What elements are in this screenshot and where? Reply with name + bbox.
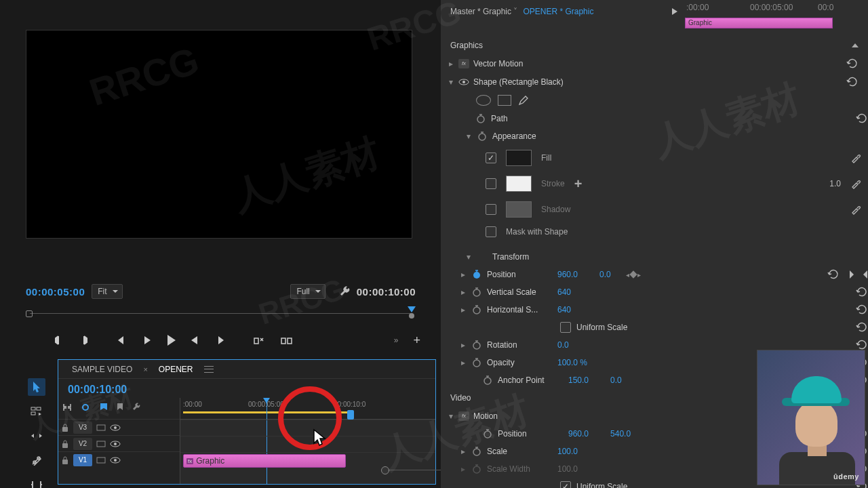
reset-icon[interactable]: [856, 287, 868, 298]
zoom-select[interactable]: Fit: [92, 284, 122, 299]
add-button-icon[interactable]: +: [413, 333, 420, 348]
zoom-handle-left[interactable]: [381, 466, 389, 474]
expand-hscale[interactable]: [460, 305, 467, 314]
out-marker[interactable]: [347, 410, 354, 420]
pen-mask-icon[interactable]: [518, 95, 529, 106]
eye-icon[interactable]: [110, 440, 121, 448]
expand-motion[interactable]: [448, 411, 454, 421]
go-to-in-icon[interactable]: [115, 336, 126, 345]
rectangle-mask-button[interactable]: [498, 95, 511, 106]
next-keyframe-icon[interactable]: ▸: [637, 271, 641, 279]
in-point-handle[interactable]: [26, 310, 33, 317]
stopwatch-icon[interactable]: [476, 114, 486, 123]
sync-lock-icon[interactable]: [96, 424, 106, 432]
m-position-x-value[interactable]: 960.0: [568, 429, 589, 439]
expand-appearance[interactable]: [465, 131, 472, 141]
linked-selection-icon[interactable]: [80, 402, 91, 413]
stopwatch-icon[interactable]: [477, 131, 487, 141]
fx-badge-icon[interactable]: fx: [458, 411, 469, 421]
m-position-y-value[interactable]: 540.0: [610, 429, 631, 439]
shadow-checkbox[interactable]: [486, 204, 496, 215]
lock-icon[interactable]: [61, 439, 69, 449]
expand-position[interactable]: [460, 270, 467, 279]
play-head-sync-icon[interactable]: [671, 7, 678, 16]
scale-width-value[interactable]: 100.0: [557, 464, 578, 474]
hscale-value[interactable]: 640: [557, 305, 571, 314]
slip-tool[interactable]: [28, 476, 45, 488]
extract-icon[interactable]: [281, 336, 293, 345]
stroke-checkbox[interactable]: [486, 178, 496, 189]
mark-in-icon[interactable]: [54, 335, 64, 346]
wrench-icon[interactable]: [339, 286, 350, 297]
timeline-ruler[interactable]: :00:00 00:00:05:00 00:00:10:0: [180, 398, 435, 420]
eyedropper-icon[interactable]: [850, 152, 861, 163]
shadow-swatch[interactable]: [506, 201, 532, 218]
stopwatch-icon[interactable]: [472, 447, 481, 456]
stopwatch-on-icon[interactable]: [472, 270, 481, 279]
expand-vector-motion[interactable]: [448, 59, 454, 68]
fill-checkbox[interactable]: [486, 152, 496, 163]
eye-icon[interactable]: [458, 78, 469, 86]
tab-close-icon[interactable]: ×: [143, 365, 147, 373]
timeline-tracks-area[interactable]: :00:00 00:00:05:00 00:00:10:0 fx Graphic: [180, 398, 435, 484]
stopwatch-icon[interactable]: [472, 340, 481, 350]
track-v1-header[interactable]: V1: [58, 451, 180, 468]
marker-icon-blue[interactable]: [99, 402, 108, 413]
lock-icon[interactable]: [61, 423, 69, 432]
stopwatch-icon[interactable]: [472, 358, 481, 367]
position-x-value[interactable]: 960.0: [557, 270, 578, 279]
reset-icon[interactable]: [856, 113, 868, 124]
lock-icon[interactable]: [61, 455, 69, 465]
ease-in-icon[interactable]: [849, 270, 857, 279]
effects-mini-timeline[interactable]: :00:00 00:00:05:00 00:0 Graphic: [685, 3, 864, 31]
selection-tool[interactable]: [28, 378, 45, 396]
scale-value[interactable]: 100.0: [557, 447, 578, 456]
scrub-playhead[interactable]: [408, 306, 416, 319]
stopwatch-icon[interactable]: [472, 287, 481, 297]
vscale-value[interactable]: 640: [557, 287, 571, 297]
go-to-out-icon[interactable]: [216, 336, 226, 345]
rotation-value[interactable]: 0.0: [557, 340, 569, 350]
more-transport-icon[interactable]: »: [394, 336, 399, 345]
expand-transform[interactable]: [465, 252, 472, 262]
expand-opacity[interactable]: [460, 358, 467, 367]
track-v3-label[interactable]: V3: [73, 422, 92, 434]
timeline-timecode[interactable]: 00:00:10:00: [68, 384, 127, 396]
eyedropper-icon[interactable]: [850, 204, 861, 215]
eyedropper-icon[interactable]: [850, 178, 861, 189]
track-v2-lane[interactable]: [180, 436, 435, 452]
expand-scale[interactable]: [460, 447, 467, 456]
expand-rotation[interactable]: [460, 340, 467, 350]
position-y-value[interactable]: 0.0: [599, 270, 611, 279]
track-v1-lane[interactable]: fx Graphic: [180, 452, 435, 468]
collapse-section-icon[interactable]: [852, 43, 859, 47]
resolution-select[interactable]: Full: [290, 284, 325, 299]
reset-icon[interactable]: [827, 269, 840, 280]
fx-badge-icon[interactable]: fx: [458, 59, 469, 68]
razor-tool[interactable]: [28, 451, 45, 469]
stopwatch-icon[interactable]: [483, 375, 492, 385]
marker-icon[interactable]: [117, 403, 123, 412]
tab-opener[interactable]: OPENER: [155, 362, 197, 377]
lift-icon[interactable]: [254, 336, 266, 345]
track-v3-lane[interactable]: [180, 420, 435, 436]
expand-vscale[interactable]: [460, 287, 467, 297]
ease-out-icon[interactable]: [860, 270, 868, 279]
settings-wrench-icon[interactable]: [132, 403, 141, 412]
clip-graphic[interactable]: fx Graphic: [183, 454, 346, 468]
track-v1-label[interactable]: V1: [73, 454, 92, 466]
stroke-swatch[interactable]: [506, 176, 532, 192]
track-v3-header[interactable]: V3: [58, 419, 180, 435]
expand-scale-width[interactable]: [460, 464, 467, 474]
master-clip-dropdown[interactable]: Master * Graphic: [450, 7, 517, 16]
m-uniform-scale-checkbox[interactable]: [560, 481, 571, 488]
uniform-scale-checkbox[interactable]: [560, 322, 571, 333]
reset-icon[interactable]: [856, 340, 868, 350]
stroke-width-value[interactable]: 1.0: [829, 179, 841, 188]
snap-icon[interactable]: [62, 403, 72, 412]
stopwatch-icon[interactable]: [472, 305, 481, 314]
eye-icon[interactable]: [110, 456, 121, 464]
prev-keyframe-icon[interactable]: ◂: [626, 271, 629, 279]
track-v2-header[interactable]: V2: [58, 435, 180, 451]
current-timecode[interactable]: 00:00:05:00: [26, 286, 85, 298]
